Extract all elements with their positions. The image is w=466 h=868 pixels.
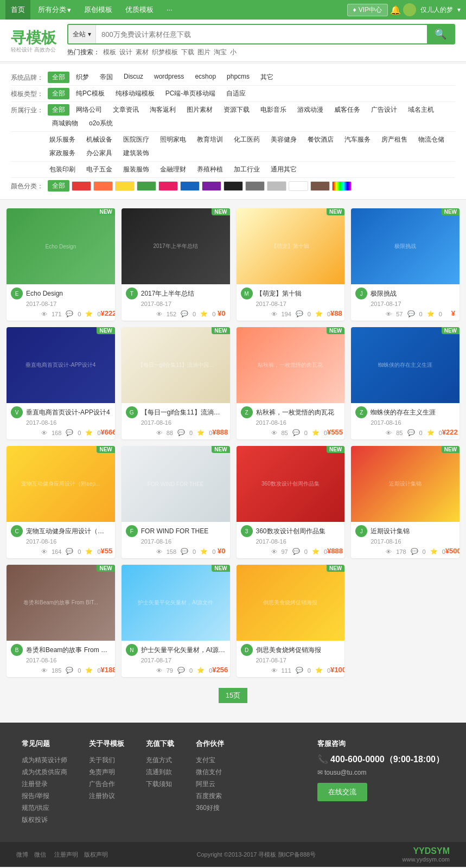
search-tag-small[interactable]: 小 xyxy=(230,48,237,57)
filter-brand-phpcms[interactable]: phpcms xyxy=(222,72,254,83)
card-item[interactable]: 垂直电商首页设计-APP设计4 NEW V 垂直电商首页设计-APP设计4 20… xyxy=(7,327,115,439)
filter-type-pcmobile[interactable]: PC端-单页移动端 xyxy=(161,88,220,99)
filter-color-green[interactable] xyxy=(137,181,156,191)
footer-link[interactable]: 版权投诉 xyxy=(22,814,67,826)
card-item[interactable]: 倒思美食烧烤促销海报 NEW D 倒思美食烧烤促销海报 2017-08-17 👁… xyxy=(237,565,345,677)
page-current[interactable]: 15页 xyxy=(219,688,247,703)
search-tag-download[interactable]: 下载 xyxy=(181,48,194,57)
card-item[interactable]: 360数攻设计创周作品集 NEW 3 360数攻设计创周作品集 2017-08-… xyxy=(237,446,345,558)
filter-ind-farm[interactable]: 养殖种植 xyxy=(193,164,227,175)
filter-ind-office[interactable]: 办公家具 xyxy=(82,148,117,159)
filter-ind-edu[interactable]: 教育培训 xyxy=(193,134,227,145)
footer-copyright-link[interactable]: 版权声明 xyxy=(84,851,108,858)
contact-button[interactable]: 在线交流 xyxy=(317,783,367,801)
filter-color-white[interactable] xyxy=(289,181,308,191)
filter-type-responsive[interactable]: 自适应 xyxy=(222,88,250,99)
filter-ind-hosp[interactable]: 医院医疗 xyxy=(119,134,154,145)
footer-link[interactable]: 规范/供应 xyxy=(22,802,67,814)
filter-color-all[interactable]: 全部 xyxy=(48,180,69,192)
notification-bell-icon[interactable]: 🔔 xyxy=(390,5,401,15)
filter-ind-o2o[interactable]: o2o系统 xyxy=(85,118,117,129)
filter-ind-domain[interactable]: 域名主机 xyxy=(404,104,438,116)
footer-link[interactable]: 流通到款 xyxy=(146,766,174,778)
search-tag-cms[interactable]: 织梦模板 xyxy=(152,48,178,57)
filter-ind-chem[interactable]: 化工医药 xyxy=(229,134,264,145)
filter-ind-img[interactable]: 图片素材 xyxy=(182,104,217,116)
filter-ind-process[interactable]: 加工行业 xyxy=(229,164,264,175)
filter-ind-movie[interactable]: 电影音乐 xyxy=(256,104,291,116)
filter-ind-decor[interactable]: 建筑装饰 xyxy=(119,148,154,159)
footer-link[interactable]: 关于我们 xyxy=(89,754,124,766)
nav-home[interactable]: 首页 xyxy=(5,0,30,20)
filter-color-orange[interactable] xyxy=(93,181,113,191)
filter-ind-pack[interactable]: 包装印刷 xyxy=(45,164,80,175)
card-item[interactable]: 近期设计集锦 NEW J 近期设计集锦 2017-08-16 👁178 💬0 ⭐… xyxy=(351,446,459,558)
footer-link[interactable]: 下载须知 xyxy=(146,778,174,790)
footer-link[interactable]: 支付宝 xyxy=(196,754,224,766)
card-item[interactable]: 【每日一gif合集11】流淌中国... NEW G 【每日一gif合集11】流淌… xyxy=(122,327,230,439)
footer-link[interactable]: 微信支付 xyxy=(196,766,224,778)
filter-ind-rest[interactable]: 餐饮酒店 xyxy=(303,134,338,145)
filter-ind-all[interactable]: 全部 xyxy=(48,104,69,116)
footer-register-link[interactable]: 注册声明 xyxy=(54,851,78,858)
filter-brand-all[interactable]: 全部 xyxy=(48,72,69,83)
filter-ind-elec[interactable]: 电子五金 xyxy=(82,164,117,175)
card-item[interactable]: FOR WIND FOR THEE NEW F FOR WIND FOR THE… xyxy=(122,446,230,558)
footer-link[interactable]: 注册协议 xyxy=(89,790,124,802)
card-item[interactable]: 护士矢量平化矢量材，AI源文件 NEW N 护士矢量平化矢量材，AI源文件 20… xyxy=(122,565,230,677)
nav-quality[interactable]: 优质模板 xyxy=(120,0,159,20)
filter-ind-beauty[interactable]: 美容健身 xyxy=(266,134,301,145)
filter-color-pink[interactable] xyxy=(158,181,178,191)
filter-ind-shop[interactable]: 商城购物 xyxy=(48,118,82,129)
filter-ind-light[interactable]: 照明家电 xyxy=(156,134,190,145)
card-item[interactable]: 极限挑战 NEW J 极限挑战 2017-08-17 👁57 💬0 ⭐0 ¥ xyxy=(351,208,459,321)
filter-ind-net[interactable]: 网络公司 xyxy=(72,104,106,116)
filter-color-blue[interactable] xyxy=(180,181,200,191)
footer-link[interactable]: 成为优质供应商 xyxy=(22,766,67,778)
nav-more[interactable]: ··· xyxy=(161,0,178,20)
search-button[interactable]: 🔍 xyxy=(427,25,454,43)
filter-ind-ads[interactable]: 广告设计 xyxy=(367,104,401,116)
filter-brand-diguo[interactable]: 帝国 xyxy=(95,72,117,83)
search-tag-taobao[interactable]: 淘宝 xyxy=(214,48,227,57)
footer-link[interactable]: 广告合作 xyxy=(89,778,124,790)
footer-link[interactable]: 免责声明 xyxy=(89,766,124,778)
filter-color-brown[interactable] xyxy=(310,181,330,191)
footer-link[interactable]: 成为精英设计师 xyxy=(22,754,67,766)
search-tag-image[interactable]: 图片 xyxy=(197,48,210,57)
filter-color-lightgray[interactable] xyxy=(267,181,286,191)
card-item[interactable]: 粘秋裤，一枚觉悟的肉瓦花 NEW Z 粘秋裤，一枚觉悟的肉瓦花 2017-08-… xyxy=(237,327,345,439)
filter-color-yellow[interactable] xyxy=(115,181,135,191)
filter-brand-discuz[interactable]: Discuz xyxy=(119,72,148,83)
filter-ind-cloth[interactable]: 服装服饰 xyxy=(119,164,154,175)
footer-link[interactable]: 充值方式 xyxy=(146,754,174,766)
filter-type-pc[interactable]: 纯PC模板 xyxy=(72,88,109,99)
search-tag-design[interactable]: 设计 xyxy=(119,48,132,57)
filter-ind-news[interactable]: 文章资讯 xyxy=(108,104,143,116)
filter-color-darkgray[interactable] xyxy=(245,181,265,191)
vip-center-button[interactable]: ♦ VIP中心 xyxy=(347,4,388,16)
filter-type-all[interactable]: 全部 xyxy=(48,88,69,99)
filter-ind-game[interactable]: 游戏动漫 xyxy=(293,104,328,116)
footer-link[interactable]: 阿里云 xyxy=(196,778,224,790)
filter-ind-home[interactable]: 家政服务 xyxy=(45,148,80,159)
card-item[interactable]: 蜘蛛侠的存在主义生涯 NEW Z 蜘蛛侠的存在主义生涯 2017-08-16 👁… xyxy=(351,327,459,439)
search-input[interactable] xyxy=(96,25,427,43)
filter-color-red[interactable] xyxy=(72,181,91,191)
user-area[interactable]: 仅儿人的梦 ▾ xyxy=(403,3,461,16)
card-item[interactable]: 宠物互动健身应用设计（附aep... NEW C 宠物互动健身应用设计（附aep… xyxy=(7,446,115,558)
filter-ind-res[interactable]: 资源下载 xyxy=(219,104,254,116)
filter-ind-ent[interactable]: 娱乐服务 xyxy=(45,134,80,145)
filter-color-black[interactable] xyxy=(224,181,243,191)
footer-link[interactable]: 注册登录 xyxy=(22,778,67,790)
search-site-select[interactable]: 全站 ▾ xyxy=(68,25,96,43)
filter-type-mobile[interactable]: 纯移动端模板 xyxy=(111,88,159,99)
card-item[interactable]: 2017年上半年总结 NEW T 2017年上半年总结 2017-08-17 👁… xyxy=(122,208,230,321)
filter-ind-task[interactable]: 威客任务 xyxy=(330,104,365,116)
footer-link[interactable]: 百度搜索 xyxy=(196,790,224,802)
filter-ind-car[interactable]: 汽车服务 xyxy=(340,134,375,145)
filter-ind-estate[interactable]: 房产租售 xyxy=(377,134,412,145)
nav-original[interactable]: 原创模板 xyxy=(79,0,118,20)
filter-ind-logis[interactable]: 物流仓储 xyxy=(414,134,449,145)
card-item[interactable]: 【萌宠】第十辑 NEW M 【萌宠】第十辑 2017-08-17 👁194 💬0… xyxy=(237,208,345,321)
